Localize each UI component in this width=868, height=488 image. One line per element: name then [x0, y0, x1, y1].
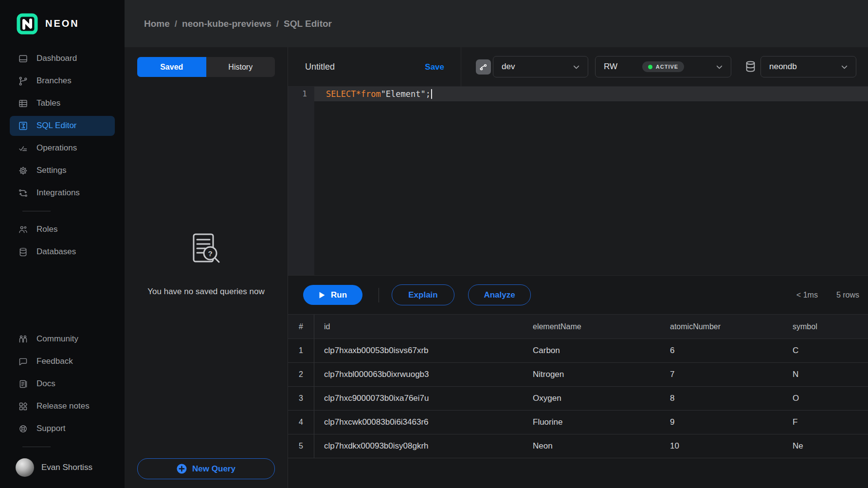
new-query-label: New Query	[192, 464, 235, 474]
column-header-atomic-number: atomicNumber	[660, 322, 783, 331]
sidebar-divider	[22, 447, 51, 447]
sidebar-item-support[interactable]: Support	[10, 419, 115, 439]
sidebar-item-docs[interactable]: Docs	[10, 374, 115, 394]
breadcrumb-current-page: SQL Editor	[284, 19, 332, 29]
result-meta: < 1ms 5 rows	[796, 291, 859, 300]
table-row: 4 clp7hxcwk00083b0i6i3463r6 Fluorine 9 F	[288, 411, 868, 434]
editor-gutter: 1	[288, 87, 314, 275]
line-number: 1	[288, 87, 314, 101]
branch-icon	[476, 59, 491, 75]
operations-icon	[18, 143, 28, 153]
column-header-index: #	[288, 315, 314, 338]
table-row: 2 clp7hxbl000063b0ixrwuogb3 Nitrogen 7 N	[288, 363, 868, 387]
element-name-cell: Carbon	[523, 346, 660, 356]
neon-logo[interactable]: NEON	[0, 0, 125, 47]
run-button-label: Run	[331, 290, 347, 300]
editor-header: Untitled Save dev RW ACTIVE neondb	[288, 47, 868, 87]
database-icon	[744, 60, 757, 73]
neon-logo-icon	[17, 13, 38, 35]
element-name-cell: Nitrogen	[523, 370, 660, 379]
sidebar-item-label: Operations	[36, 143, 77, 153]
element-name-cell: Neon	[523, 441, 660, 451]
neon-console: NEON Dashboard Branches Tables SQL Edito…	[0, 0, 868, 488]
avatar	[16, 458, 34, 477]
atomic-number-cell: 8	[660, 394, 783, 403]
save-query-link[interactable]: Save	[425, 62, 444, 72]
sidebar: NEON Dashboard Branches Tables SQL Edito…	[0, 0, 125, 488]
explain-button[interactable]: Explain	[392, 284, 454, 305]
no-saved-queries-icon: ?	[185, 231, 228, 274]
run-button[interactable]: Run	[303, 285, 362, 305]
breadcrumb-home[interactable]: Home	[144, 19, 170, 29]
symbol-cell: Ne	[783, 441, 868, 451]
sidebar-item-label: Tables	[36, 98, 60, 108]
branches-icon	[18, 76, 28, 86]
breadcrumb-project[interactable]: neon-kube-previews	[182, 19, 271, 29]
table-row: 1 clp7hxaxb00053b0isvs67xrb Carbon 6 C	[288, 339, 868, 363]
breadcrumb: Home / neon-kube-previews / SQL Editor	[144, 19, 332, 29]
sidebar-item-operations[interactable]: Operations	[10, 138, 115, 158]
sidebar-item-label: Branches	[36, 76, 72, 86]
symbol-cell: N	[783, 370, 868, 379]
row-index-cell: 3	[288, 387, 314, 410]
analyze-button-label: Analyze	[484, 290, 515, 300]
sql-keyword: SELECT	[326, 89, 356, 99]
database-selector-value: neondb	[769, 62, 797, 72]
sidebar-item-databases[interactable]: Databases	[10, 242, 115, 262]
atomic-number-cell: 6	[660, 346, 783, 356]
active-status-dot	[648, 65, 652, 69]
breadcrumb-separator: /	[175, 19, 177, 29]
atomic-number-cell: 9	[660, 417, 783, 427]
query-title[interactable]: Untitled	[305, 62, 335, 72]
new-query-button[interactable]: New Query	[137, 458, 275, 479]
table-row: 3 clp7hxc9000073b0ixa76ei7u Oxygen 8 O	[288, 387, 868, 411]
status-badge: ACTIVE	[642, 61, 684, 72]
saved-queries-panel: Saved History ? You have no saved querie…	[125, 47, 288, 488]
empty-state: ? You have no saved queries now	[125, 231, 288, 297]
row-index-cell: 2	[288, 363, 314, 386]
sidebar-item-branches[interactable]: Branches	[10, 71, 115, 91]
branch-selector[interactable]: dev	[493, 56, 588, 77]
svg-text:?: ?	[208, 249, 212, 258]
sidebar-item-integrations[interactable]: Integrations	[10, 183, 115, 203]
sidebar-item-community[interactable]: Community	[10, 329, 115, 349]
sidebar-item-release-notes[interactable]: Release notes	[10, 396, 115, 416]
sql-star: *	[356, 89, 361, 99]
sidebar-item-label: Databases	[36, 247, 76, 257]
query-title-area: Untitled Save	[288, 47, 461, 87]
sidebar-item-roles[interactable]: Roles	[10, 220, 115, 240]
docs-icon	[18, 379, 28, 389]
sql-terminator: ;	[426, 89, 431, 99]
column-header-element-name: elementName	[523, 322, 660, 331]
sql-editor-area[interactable]: 1 SELECT * from "Element";	[288, 87, 868, 275]
row-count: 5 rows	[836, 291, 859, 300]
sidebar-item-feedback[interactable]: Feedback	[10, 352, 115, 372]
sidebar-spacer	[0, 263, 125, 328]
sidebar-item-dashboard[interactable]: Dashboard	[10, 49, 115, 69]
text-cursor	[431, 89, 432, 99]
sidebar-item-tables[interactable]: Tables	[10, 94, 115, 113]
breadcrumb-separator: /	[276, 19, 279, 29]
column-header-id: id	[314, 322, 523, 331]
symbol-cell: C	[783, 346, 868, 356]
analyze-button[interactable]: Analyze	[468, 284, 531, 305]
tab-saved[interactable]: Saved	[137, 57, 206, 77]
id-cell: clp7hxaxb00053b0isvs67xrb	[314, 346, 523, 356]
sidebar-item-settings[interactable]: Settings	[10, 161, 115, 181]
header-divider	[461, 47, 461, 87]
id-cell: clp7hxbl000063b0ixrwuogb3	[314, 370, 523, 379]
compute-selector[interactable]: RW ACTIVE	[595, 56, 731, 77]
tables-icon	[18, 98, 28, 109]
queries-tab-switcher: Saved History	[137, 57, 275, 77]
user-menu[interactable]: Evan Shortiss	[0, 454, 125, 481]
tab-history[interactable]: History	[206, 57, 275, 77]
release-notes-icon	[18, 401, 28, 412]
row-index-cell: 1	[288, 339, 314, 362]
sidebar-item-sql-editor[interactable]: SQL Editor	[10, 116, 115, 136]
roles-icon	[18, 225, 28, 235]
databases-icon	[18, 247, 28, 257]
table-header-row: # id elementName atomicNumber symbol	[288, 314, 868, 339]
user-name: Evan Shortiss	[41, 463, 92, 472]
database-selector[interactable]: neondb	[760, 56, 856, 77]
sql-code-line[interactable]: SELECT * from "Element";	[314, 87, 868, 101]
